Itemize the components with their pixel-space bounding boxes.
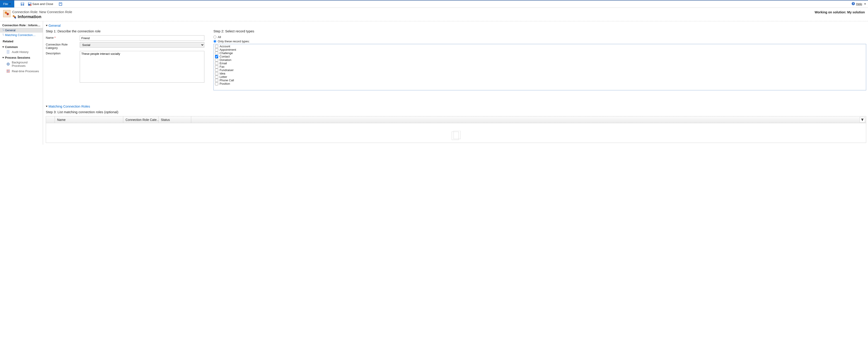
sidebar-item-matching[interactable]: Matching Connection…	[0, 33, 43, 37]
record-types-list[interactable]: AccountAppointmentChallengeContactDonati…	[213, 44, 866, 90]
record-type-row[interactable]: Donation	[215, 58, 865, 62]
svg-point-18	[8, 64, 9, 65]
matching-grid: Name Connection Role Cate… Status	[46, 116, 866, 143]
group-label: Common	[5, 45, 18, 49]
record-type-label: Donation	[220, 58, 231, 62]
step3-label: Step 3: List matching connection roles (…	[46, 110, 866, 114]
svg-rect-2	[22, 4, 23, 5]
svg-point-15	[15, 17, 16, 19]
section-general[interactable]: General	[46, 23, 866, 29]
filter-icon	[861, 118, 864, 121]
group-label: Process Sessions	[5, 56, 30, 59]
description-label: Description	[46, 51, 80, 55]
actions-button[interactable]	[57, 0, 64, 7]
related-heading: Related	[0, 37, 43, 44]
sidebar: Connection Role : Inform… General Matchi…	[0, 21, 43, 145]
record-type-checkbox[interactable]	[215, 55, 218, 58]
record-type-row[interactable]: Letter	[215, 75, 865, 78]
record-type-row[interactable]: Phone Call	[215, 78, 865, 82]
category-label: Connection Role Category	[46, 42, 80, 50]
sidebar-head: Connection Role : Inform…	[0, 23, 43, 28]
record-type-checkbox[interactable]	[215, 79, 218, 82]
group-process-sessions[interactable]: Process Sessions	[0, 55, 43, 60]
process-icon	[6, 69, 10, 73]
help-link[interactable]: Help	[856, 2, 862, 6]
svg-rect-8	[60, 3, 61, 4]
group-common[interactable]: Common	[0, 44, 43, 49]
main: General Step 1: Describe the connection …	[43, 21, 868, 145]
page-header: Connection Role: New Connection Role Inf…	[0, 8, 868, 21]
record-type-label: Account	[220, 44, 230, 48]
save-and-close-button[interactable]: Save and Close	[26, 0, 55, 7]
record-type-row[interactable]: Account	[215, 44, 865, 48]
record-type-row[interactable]: Appointment	[215, 48, 865, 52]
sidebar-item-audit-history[interactable]: Audit History	[0, 49, 43, 55]
actions-icon	[59, 2, 62, 6]
caret-icon	[2, 46, 4, 48]
help-icon: ?	[851, 2, 855, 6]
solution-label: Working on solution: My solution	[815, 10, 865, 14]
record-type-row[interactable]: Email	[215, 62, 865, 65]
sidebar-item-rt-processes[interactable]: Real-time Processes	[0, 68, 43, 74]
gear-icon	[6, 62, 10, 66]
step1-label: Step 1: Describe the connection role	[46, 29, 205, 33]
record-type-label: Email	[220, 62, 227, 65]
breadcrumb: Connection Role: New Connection Role	[12, 10, 72, 14]
section-label: Matching Connection Roles	[49, 104, 90, 108]
record-type-row[interactable]: Fax	[215, 65, 865, 68]
grid-col-status[interactable]: Status	[158, 117, 191, 123]
record-type-row[interactable]: Position	[215, 82, 865, 85]
save-close-icon	[28, 2, 31, 6]
record-type-checkbox[interactable]	[215, 45, 218, 48]
file-button[interactable]: File ▼	[0, 0, 14, 7]
name-label: Name *	[46, 35, 80, 39]
svg-point-11	[5, 11, 7, 14]
radio-all[interactable]	[213, 36, 216, 38]
svg-rect-25	[454, 131, 460, 139]
chevron-down-icon: ▼	[864, 3, 866, 5]
grid-body[interactable]	[46, 123, 866, 143]
record-type-label: Challenge	[220, 52, 233, 55]
record-type-checkbox[interactable]	[215, 75, 218, 78]
record-type-checkbox[interactable]	[215, 69, 218, 72]
document-icon	[6, 50, 10, 54]
filter-button[interactable]	[860, 117, 865, 123]
category-select[interactable]: Social	[80, 42, 205, 47]
record-type-row[interactable]: Idea	[215, 72, 865, 75]
name-input[interactable]	[80, 35, 205, 41]
file-label: File	[3, 2, 8, 6]
record-type-checkbox[interactable]	[215, 72, 218, 75]
record-type-label: Fax	[220, 65, 224, 68]
record-type-label: Appointment	[220, 48, 236, 52]
radio-only[interactable]	[213, 40, 216, 43]
record-type-checkbox[interactable]	[215, 62, 218, 65]
step2-label: Step 2: Select record types	[213, 29, 866, 33]
svg-rect-20	[7, 70, 8, 71]
grid-col-name[interactable]: Name	[55, 117, 123, 123]
sidebar-item-label: General	[5, 29, 16, 32]
record-type-checkbox[interactable]	[215, 58, 218, 62]
record-type-label: Idea	[220, 72, 225, 75]
grid-col-category[interactable]: Connection Role Cate…	[123, 117, 158, 123]
record-type-row[interactable]: Fundraiser	[215, 68, 865, 72]
record-type-checkbox[interactable]	[215, 48, 218, 52]
sidebar-item-label: Background Processes	[12, 61, 40, 67]
record-type-checkbox[interactable]	[215, 52, 218, 55]
entity-icon	[3, 10, 10, 17]
sidebar-item-label: Real-time Processes	[12, 69, 39, 73]
save-button[interactable]	[19, 0, 26, 7]
sidebar-item-general[interactable]: General	[0, 28, 43, 33]
sidebar-item-bg-processes[interactable]: Background Processes	[0, 60, 43, 68]
info-icon	[12, 15, 16, 19]
svg-rect-23	[8, 71, 9, 72]
record-type-row[interactable]: Challenge	[215, 52, 865, 55]
record-type-row[interactable]: Contact	[215, 55, 865, 58]
record-type-label: Phone Call	[220, 78, 234, 82]
record-type-checkbox[interactable]	[215, 82, 218, 85]
record-type-checkbox[interactable]	[215, 65, 218, 68]
svg-point-12	[6, 13, 9, 15]
description-input[interactable]	[80, 51, 205, 83]
svg-rect-1	[21, 3, 24, 4]
section-matching-roles[interactable]: Matching Connection Roles	[46, 104, 866, 110]
sidebar-item-label: Matching Connection…	[5, 33, 36, 37]
